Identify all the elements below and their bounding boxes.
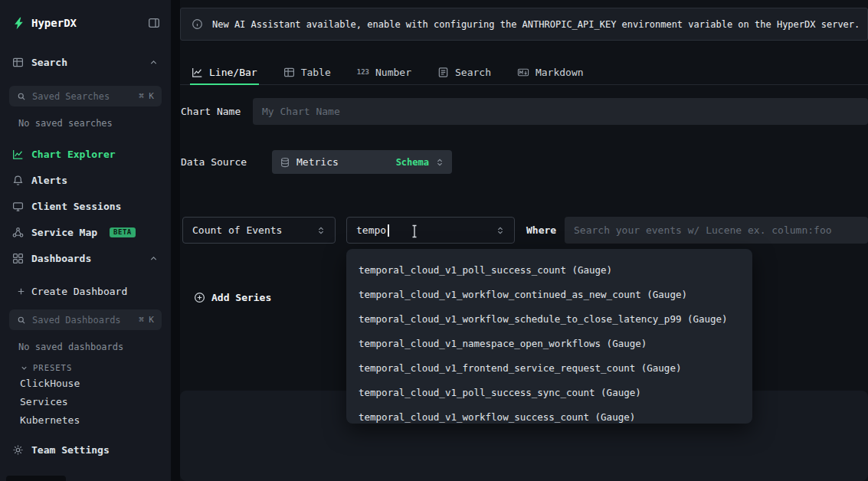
hyperdx-app: HyperDX Search Saved Searches ⌘ K No sav… xyxy=(0,0,868,481)
sidebar-item-dashboards[interactable]: Dashboards xyxy=(0,245,171,271)
sidebar-collapse-icon[interactable] xyxy=(148,17,160,29)
presets-toggle[interactable]: PRESETS xyxy=(0,361,171,375)
saved-searches-shortcut: ⌘ K xyxy=(139,91,154,101)
tab-markdown[interactable]: Markdown xyxy=(516,60,585,84)
aggregation-select[interactable]: Count of Events xyxy=(182,217,336,244)
no-saved-dashboards-text: No saved dashboards xyxy=(0,341,171,353)
metric-query-text: tempo xyxy=(356,224,386,236)
create-dashboard-label: Create Dashboard xyxy=(31,286,127,297)
sidebar-nav: Chart Explorer Alerts Client Sessions Se… xyxy=(0,141,171,271)
tab-label: Number xyxy=(375,67,411,78)
tab-table[interactable]: Table xyxy=(282,60,332,84)
sidebar-item-service-map[interactable]: Service Map BETA xyxy=(0,219,171,245)
aggregation-value: Count of Events xyxy=(192,224,282,236)
schema-link[interactable]: Schema xyxy=(396,157,429,168)
text-caret xyxy=(388,224,389,237)
saved-searches-input[interactable]: Saved Searches ⌘ K xyxy=(9,86,162,106)
data-source-select[interactable]: Metrics Schema xyxy=(272,150,452,174)
main-content: New AI Assistant available, enable with … xyxy=(180,0,868,481)
where-input[interactable] xyxy=(565,217,868,244)
database-icon xyxy=(280,157,290,168)
hyperdx-logo-icon xyxy=(12,17,25,30)
metric-option[interactable]: temporal_cloud_v1_poll_success_count (Ga… xyxy=(346,258,752,283)
metric-option[interactable]: temporal_cloud_v1_frontend_service_reque… xyxy=(346,356,752,381)
search-icon xyxy=(17,92,26,101)
add-series-label: Add Series xyxy=(211,292,271,303)
dashboards-grid-icon xyxy=(12,253,24,264)
ai-assistant-banner: New AI Assistant available, enable with … xyxy=(180,8,868,41)
metric-option[interactable]: temporal_cloud_v1_namespace_open_workflo… xyxy=(346,332,752,356)
search-section-icon xyxy=(12,57,24,68)
saved-dashboards-shortcut: ⌘ K xyxy=(139,315,154,325)
sidebar-search-label: Search xyxy=(31,57,67,68)
gear-icon xyxy=(12,444,24,456)
search-doc-icon xyxy=(437,67,449,78)
chevron-down-icon xyxy=(20,364,28,372)
sidebar-item-team-settings[interactable]: Team Settings xyxy=(0,437,171,463)
sidebar-item-alerts[interactable]: Alerts xyxy=(0,167,171,193)
metric-option[interactable]: temporal_cloud_v1_workflow_schedule_to_c… xyxy=(346,307,752,332)
tab-line-bar[interactable]: Line/Bar xyxy=(190,60,259,84)
chart-icon xyxy=(12,149,24,160)
preset-item-clickhouse[interactable]: ClickHouse xyxy=(0,375,171,393)
service-map-icon xyxy=(12,227,24,238)
tab-label: Markdown xyxy=(536,67,584,78)
info-icon xyxy=(192,18,203,30)
monitor-icon xyxy=(12,201,24,212)
sidebar-item-label: Team Settings xyxy=(31,444,110,456)
metric-option[interactable]: temporal_cloud_v1_workflow_continued_as_… xyxy=(346,283,752,307)
plus-circle-icon xyxy=(194,292,205,303)
sidebar-item-search[interactable]: Search xyxy=(0,51,171,74)
sidebar-header: HyperDX xyxy=(0,0,171,46)
number-123-icon: 123 xyxy=(357,68,369,76)
chart-type-tabs: Line/Bar Table 123 Number Search Markdow… xyxy=(180,60,868,85)
sidebar-item-label: Alerts xyxy=(31,175,67,186)
tab-number[interactable]: 123 Number xyxy=(355,60,413,84)
chart-name-input[interactable] xyxy=(253,98,868,125)
sidebar-item-label: Service Map xyxy=(31,227,97,238)
presets-label: PRESETS xyxy=(33,363,72,372)
select-chevrons-icon xyxy=(316,226,326,235)
sidebar-item-chart-explorer[interactable]: Chart Explorer xyxy=(0,141,171,167)
preset-item-services[interactable]: Services xyxy=(0,393,171,411)
line-chart-icon xyxy=(192,67,203,78)
select-chevrons-icon xyxy=(496,226,505,235)
tab-search[interactable]: Search xyxy=(436,60,493,84)
beta-badge: BETA xyxy=(110,227,136,237)
sidebar: HyperDX Search Saved Searches ⌘ K No sav… xyxy=(0,0,171,481)
markdown-icon xyxy=(517,67,529,78)
tab-label: Table xyxy=(301,67,331,78)
saved-searches-placeholder: Saved Searches xyxy=(32,91,110,102)
app-title: HyperDX xyxy=(31,17,77,29)
sidebar-gutter xyxy=(171,0,180,481)
sidebar-item-label: Dashboards xyxy=(31,253,91,264)
where-label: Where xyxy=(526,217,556,244)
metric-select[interactable]: tempo xyxy=(346,217,515,244)
metric-option[interactable]: temporal_cloud_v1_workflow_success_count… xyxy=(346,405,752,424)
data-source-label: Data Source xyxy=(181,156,247,168)
app-logo[interactable]: HyperDX xyxy=(12,17,77,30)
sidebar-item-label: Client Sessions xyxy=(31,201,121,212)
chart-name-label: Chart Name xyxy=(181,106,241,117)
chevron-up-icon xyxy=(149,254,159,263)
select-chevrons-icon xyxy=(435,158,444,167)
saved-dashboards-input[interactable]: Saved Dashboards ⌘ K xyxy=(9,309,162,330)
data-source-value: Metrics xyxy=(296,156,339,168)
saved-dashboards-placeholder: Saved Dashboards xyxy=(32,315,121,326)
banner-text: New AI Assistant available, enable with … xyxy=(212,19,860,30)
no-saved-searches-text: No saved searches xyxy=(0,117,171,129)
mouse-cursor-ibeam xyxy=(410,224,419,242)
preset-item-kubernetes[interactable]: Kubernetes xyxy=(0,411,171,430)
sidebar-footer-item-partial xyxy=(6,476,66,481)
tab-label: Line/Bar xyxy=(209,67,257,78)
metric-option[interactable]: temporal_cloud_v1_poll_success_sync_coun… xyxy=(346,381,752,405)
sidebar-item-label: Chart Explorer xyxy=(31,149,116,160)
metric-dropdown: temporal_cloud_v1_poll_success_count (Ga… xyxy=(346,249,752,424)
add-series-button[interactable]: Add Series xyxy=(194,292,271,303)
bell-icon xyxy=(12,175,24,186)
chevron-up-icon xyxy=(149,57,159,67)
plus-icon xyxy=(17,287,25,296)
tab-label: Search xyxy=(455,67,491,78)
sidebar-item-client-sessions[interactable]: Client Sessions xyxy=(0,193,171,219)
create-dashboard-button[interactable]: Create Dashboard xyxy=(0,282,171,300)
